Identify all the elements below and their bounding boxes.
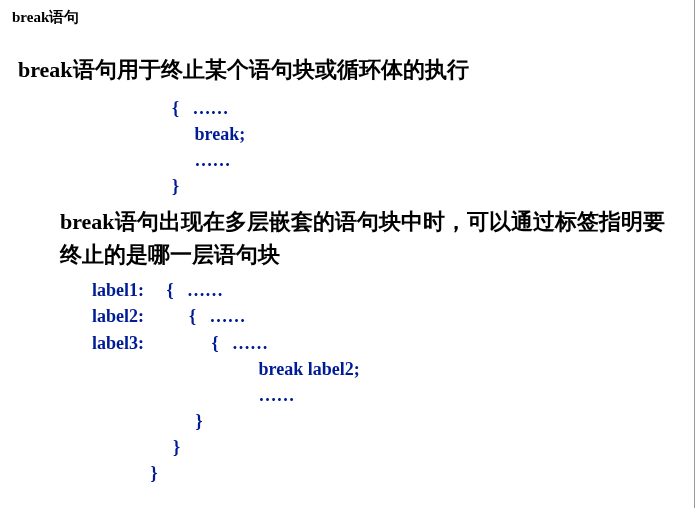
description-1: break语句用于终止某个语句块或循环体的执行 [18,55,682,85]
code-block-2: label1: { …… label2: { …… label3: { …… b… [92,277,682,486]
description-2: break语句出现在多层嵌套的语句块中时，可以通过标签指明要终止的是哪一层语句块 [60,205,682,271]
code-block-1: { …… break; …… } [172,95,682,199]
section-title: break语句 [12,8,682,27]
